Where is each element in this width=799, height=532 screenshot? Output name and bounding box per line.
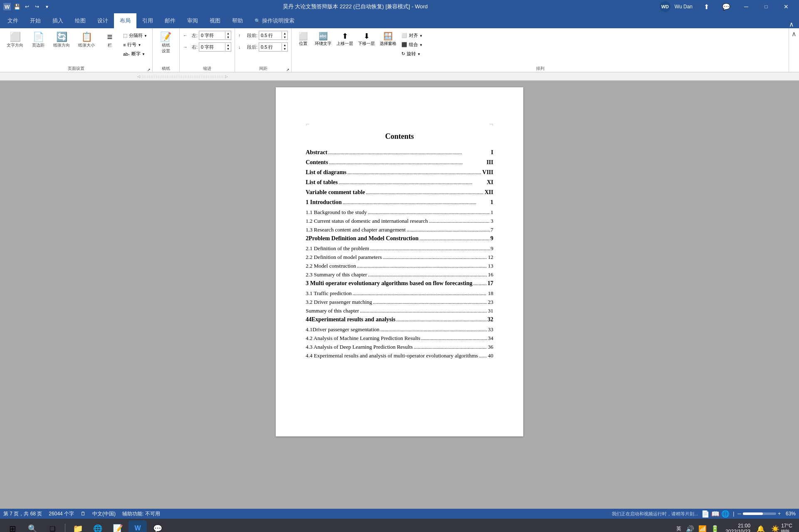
- taskbar-clock[interactable]: 21:00 2022/10/23: [722, 523, 754, 532]
- redo-quick-icon[interactable]: ↪: [33, 3, 41, 10]
- tab-search[interactable]: 🔍操作说明搜索: [249, 13, 300, 28]
- user-badge[interactable]: WD: [660, 1, 670, 12]
- spacing-after-input[interactable]: 0.5 行 ▲ ▼: [259, 42, 288, 52]
- comments-button[interactable]: 💬: [717, 0, 736, 13]
- zoom-slider[interactable]: [743, 512, 776, 515]
- toc-page: XII: [485, 189, 493, 196]
- more-quick-icon[interactable]: ▼: [43, 3, 51, 10]
- task-view-button[interactable]: ❑: [43, 520, 62, 532]
- document[interactable]: ⌐ ¬ Contents Abstract...................…: [276, 87, 523, 436]
- tab-view[interactable]: 视图: [204, 13, 226, 28]
- zoom-controls: 📄 📖 🌐 | ─ + 63%: [701, 510, 796, 518]
- view-mode-normal[interactable]: 📄: [701, 510, 710, 518]
- toc-text: Variable comment table: [306, 189, 365, 196]
- columns-button[interactable]: ≡ 栏: [100, 31, 120, 49]
- undo-quick-icon[interactable]: ↩: [23, 3, 31, 10]
- network-icon[interactable]: 📶: [697, 525, 708, 532]
- document-title: Contents: [306, 132, 493, 141]
- hyphenation-button[interactable]: ab-断字 ▼: [121, 50, 149, 58]
- indent-right-input[interactable]: 0 字符 ▲ ▼: [199, 42, 231, 52]
- group-indent-footer: 缩进: [180, 65, 235, 72]
- taskbar-chat[interactable]: 💬: [148, 520, 167, 532]
- toc-entry: List of tables..........................…: [306, 179, 493, 186]
- manuscript-settings-button[interactable]: 📝 稿纸 设置: [156, 31, 176, 55]
- toc-page: 18: [488, 290, 493, 297]
- group-page-setup-footer: 页面设置 ↗: [0, 65, 152, 72]
- accessibility[interactable]: 辅助功能: 不可用: [122, 510, 160, 517]
- tab-help[interactable]: 帮助: [226, 13, 249, 28]
- text-direction-button[interactable]: ⬜ 文字方向: [3, 31, 27, 49]
- tab-draw[interactable]: 绘图: [69, 13, 92, 28]
- volume-icon[interactable]: 🔊: [685, 525, 695, 532]
- toc-page: 12: [488, 254, 493, 261]
- paragraph-dialog-button[interactable]: ↗: [286, 68, 289, 72]
- zoom-plus-button[interactable]: +: [778, 511, 781, 517]
- tab-mailings[interactable]: 邮件: [159, 13, 181, 28]
- save-quick-icon[interactable]: 💾: [13, 3, 21, 10]
- share-button[interactable]: ⬆: [697, 0, 716, 13]
- page-setup-dialog-button[interactable]: ↗: [147, 68, 151, 72]
- zoom-level[interactable]: 63%: [782, 511, 796, 517]
- toc-entry: 4.4 Experimental results and analysis of…: [306, 352, 493, 359]
- group-button[interactable]: ⬛组合 ▼: [400, 41, 424, 49]
- tab-insert[interactable]: 插入: [47, 13, 69, 28]
- word-count[interactable]: 26044 个字: [49, 510, 74, 517]
- tab-design[interactable]: 设计: [92, 13, 114, 28]
- orientation-button[interactable]: 🔄 纸张方向: [50, 31, 73, 49]
- align-button[interactable]: ⬜对齐 ▼: [400, 32, 424, 39]
- title-bar-controls: WD Wu Dan ⬆ 💬 ─ □ ✕: [660, 0, 796, 13]
- view-mode-read[interactable]: 📖: [711, 510, 720, 518]
- toc-page: I: [491, 149, 493, 156]
- search-button[interactable]: 🔍: [23, 520, 42, 532]
- battery-icon[interactable]: 🔋: [710, 525, 720, 532]
- toc-text: 2.1 Definition of the problem: [306, 245, 369, 252]
- close-button[interactable]: ✕: [777, 0, 796, 13]
- toc-page: 3: [491, 218, 494, 224]
- toc-text: 4.3 Analysis of Deep Learning Prediction…: [306, 344, 413, 350]
- notification-button[interactable]: 🔔: [755, 525, 766, 532]
- indent-left-input[interactable]: 0 字符 ▲ ▼: [199, 31, 231, 40]
- toc-dots: ........................................…: [357, 263, 487, 269]
- page-count[interactable]: 第 7 页，共 68 页: [3, 510, 42, 517]
- status-left: 第 7 页，共 68 页 26044 个字 🗒 中文(中国) 辅助功能: 不可用: [3, 510, 160, 517]
- language[interactable]: 中文(中国): [92, 510, 116, 517]
- send-backward-button[interactable]: ⬇ 下移一层: [356, 31, 376, 47]
- breaks-button[interactable]: ⬚分隔符 ▼: [121, 32, 149, 39]
- taskbar-explorer[interactable]: 📁: [69, 520, 87, 532]
- maximize-button[interactable]: □: [757, 0, 776, 13]
- view-mode-web[interactable]: 🌐: [721, 510, 730, 518]
- group-arrange-body: ⬜ 位置 🔤 环绕文字 ⬆ 上移一层 ⬇ 下移一层 🪟 选择窗格: [292, 28, 789, 65]
- toc-dots: ........................................…: [413, 344, 487, 350]
- paper-size-button[interactable]: 📋 纸张大小: [75, 31, 98, 49]
- line-numbers-button[interactable]: ≡行号 ▼: [121, 41, 149, 49]
- taskbar-word[interactable]: W: [129, 520, 147, 532]
- selection-pane-button[interactable]: 🪟 选择窗格: [378, 31, 398, 47]
- position-button[interactable]: ⬜ 位置: [295, 31, 312, 47]
- minimize-button[interactable]: ─: [737, 0, 756, 13]
- bring-forward-button[interactable]: ⬆ 上移一层: [335, 31, 355, 47]
- toc-entry: 4.2 Analysis of Machine Learning Predict…: [306, 335, 493, 342]
- taskbar-edge[interactable]: 🌐: [89, 520, 107, 532]
- tab-layout[interactable]: 布局: [114, 13, 136, 28]
- toc-page: 36: [488, 344, 493, 350]
- rotate-button[interactable]: ↻旋转 ▼: [400, 50, 424, 58]
- spacing-before-input[interactable]: 0.5 行 ▲ ▼: [259, 31, 288, 40]
- taskbar-notepad[interactable]: 📝: [109, 520, 127, 532]
- toc-page: 33: [488, 326, 493, 333]
- keyboard-layout-icon[interactable]: 英: [675, 525, 683, 532]
- margins-button[interactable]: 📄 页边距: [28, 31, 48, 49]
- collapse-ribbon-button[interactable]: ∧: [786, 20, 797, 28]
- tab-references[interactable]: 引用: [136, 13, 159, 28]
- spacing-after-row: ↓ 段后: 0.5 行 ▲ ▼: [238, 42, 288, 52]
- collapse-ribbon-chevron[interactable]: ∧: [792, 30, 797, 38]
- toc-text: 4.2 Analysis of Machine Learning Predict…: [306, 335, 420, 342]
- tab-home[interactable]: 开始: [24, 13, 47, 28]
- wrap-text-button[interactable]: 🔤 环绕文字: [313, 31, 333, 47]
- start-button[interactable]: ⊞: [3, 520, 22, 532]
- zoom-minus-button[interactable]: ─: [737, 511, 741, 517]
- tab-file[interactable]: 文件: [2, 13, 24, 28]
- lang-icon: 🗒: [81, 511, 86, 517]
- tab-review[interactable]: 审阅: [181, 13, 204, 28]
- toc-text: 4.1Driver passenger segmentation: [306, 326, 379, 333]
- toc-page: 1: [491, 209, 494, 216]
